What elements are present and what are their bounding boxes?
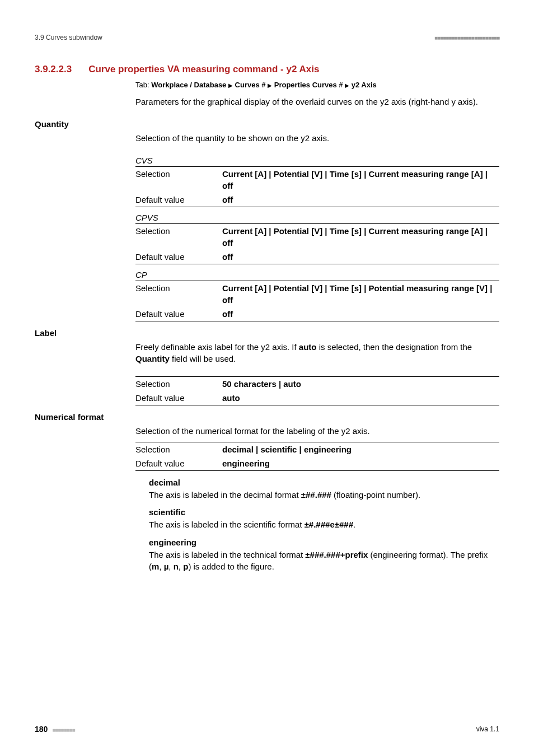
cvs-default: off [222, 193, 499, 207]
footer-right: viva 1.1 [476, 725, 499, 733]
table-numfmt: Selection decimal | scientific | enginee… [135, 442, 499, 471]
section-number: 3.9.2.2.3 [35, 64, 72, 75]
label-section-label: Label [35, 328, 499, 338]
group-cp: CP [135, 270, 499, 279]
numfmt-engineering: engineering The axis is labeled in the t… [149, 536, 499, 573]
numfmt-desc: Selection of the numerical format for th… [135, 425, 499, 437]
group-cvs: CVS [135, 156, 499, 165]
table-cpvs: Selection Current [A] | Potential [V] | … [135, 223, 499, 264]
numfmt-selection: decimal | scientific | engineering [222, 442, 499, 456]
table-cvs: Selection Current [A] | Potential [V] | … [135, 166, 499, 207]
cvs-selection: Current [A] | Potential [V] | Time [s] |… [222, 166, 499, 193]
cpvs-default: off [222, 250, 499, 264]
table-cp: Selection Current [A] | Potential [V] | … [135, 281, 499, 321]
page-header: 3.9 Curves subwindow ■■■■■■■■■■■■■■■■■■■… [35, 34, 499, 41]
footer-decor: ■■■■■■■■ [52, 727, 74, 733]
cpvs-selection: Current [A] | Potential [V] | Time [s] |… [222, 223, 499, 250]
section-header: 3.9.2.2.3 Curve properties VA measuring … [35, 64, 499, 75]
table-label: Selection 50 characters | auto Default v… [135, 376, 499, 405]
numfmt-decimal: decimal The axis is labeled in the decim… [149, 477, 499, 501]
group-cpvs: CPVS [135, 213, 499, 222]
numfmt-default: engineering [222, 456, 499, 471]
label-default: auto [222, 391, 499, 405]
cp-default: off [222, 307, 499, 321]
section-title: Curve properties VA measuring command - … [88, 64, 319, 75]
label-selection: 50 characters | auto [222, 377, 499, 391]
cp-selection: Current [A] | Potential [V] | Time [s] |… [222, 281, 499, 307]
tab-path: Tab: Workplace / Database ▶ Curves # ▶ P… [135, 81, 499, 89]
quantity-desc: Selection of the quantity to be shown on… [135, 132, 499, 144]
intro-paragraph: Parameters for the graphical display of … [135, 96, 499, 108]
quantity-label: Quantity [35, 119, 499, 129]
label-desc: Freely definable axis label for the y2 a… [135, 341, 499, 366]
page-number: 180 ■■■■■■■■ [35, 725, 75, 734]
header-decor: ■■■■■■■■■■■■■■■■■■■■■■■ [434, 35, 499, 41]
numfmt-scientific: scientific The axis is labeled in the sc… [149, 506, 499, 531]
header-left: 3.9 Curves subwindow [35, 34, 102, 41]
numfmt-label: Numerical format [35, 412, 499, 422]
page-footer: 180 ■■■■■■■■ viva 1.1 [35, 725, 499, 734]
